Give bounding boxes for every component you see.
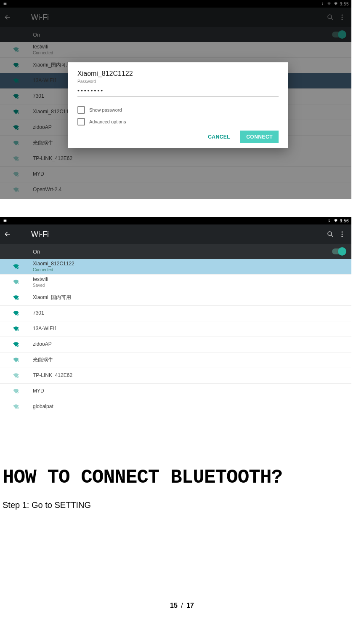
wifi-signal-icon — [11, 372, 21, 379]
svg-point-30 — [342, 234, 343, 235]
advanced-options-label: Advanced options — [89, 119, 126, 124]
wifi-signal-icon — [11, 403, 21, 410]
wifi-ssid: 光能蜗牛 — [33, 357, 53, 363]
wifi-password-dialog: Xiaomi_812C1122 Password •••••••• Show p… — [68, 62, 288, 148]
dialog-title: Xiaomi_812C1122 — [77, 70, 279, 77]
svg-rect-43 — [18, 345, 18, 346]
wifi-network-row[interactable]: 13A-WIFI1 — [0, 321, 351, 337]
wifi-signal-icon — [11, 388, 21, 395]
svg-point-31 — [342, 236, 343, 237]
screenshot-wifi-connected: 9:56 Wi-Fi On Xiaomi_812C1122Connectedte… — [0, 217, 351, 416]
step-text: Step 1: Go to SETTING — [3, 500, 364, 510]
wifi-signal-icon — [11, 263, 21, 270]
connect-button[interactable]: CONNECT — [240, 131, 279, 143]
wifi-status-subtext: Saved — [33, 283, 48, 288]
status-bar: 9:56 — [0, 217, 351, 224]
wifi-network-row[interactable]: TP-LINK_412E62 — [0, 368, 351, 383]
appbar-title: Wi-Fi — [31, 230, 49, 239]
wifi-ssid: testwifi — [33, 277, 48, 282]
wifi-network-row[interactable]: globalpat — [0, 399, 351, 414]
svg-rect-47 — [18, 377, 18, 377]
wifi-network-row[interactable]: 光能蜗牛 — [0, 352, 351, 368]
wifi-switch[interactable] — [332, 248, 345, 254]
wifi-network-row[interactable]: MYD — [0, 383, 351, 399]
wifi-ssid: Xiaomi_国内可用 — [33, 295, 71, 300]
wifi-ssid: 13A-WIFI1 — [33, 326, 57, 331]
bluetooth-icon — [327, 219, 332, 223]
svg-rect-49 — [18, 392, 18, 393]
notification-icon — [3, 219, 8, 223]
wifi-signal-icon — [11, 294, 21, 301]
svg-point-27 — [328, 232, 332, 235]
wifi-status-subtext: Connected — [33, 267, 74, 272]
wifi-signal-icon — [11, 341, 21, 348]
show-password-label: Show password — [89, 107, 122, 112]
wifi-signal-icon — [11, 279, 21, 286]
svg-rect-41 — [18, 330, 18, 330]
wifi-network-list-2: Xiaomi_812C1122ConnectedtestwifiSavedXia… — [0, 259, 351, 414]
wifi-ssid: 7301 — [33, 310, 44, 316]
svg-rect-26 — [4, 220, 7, 222]
svg-line-28 — [331, 235, 333, 237]
wifi-network-row[interactable]: testwifiSaved — [0, 274, 351, 290]
svg-rect-37 — [18, 299, 18, 299]
wifi-toggle-row[interactable]: On — [0, 244, 351, 259]
screenshot-wifi-dialog: 9:55 Wi-Fi On testwifiConnectedXiaomi_国内… — [0, 0, 351, 199]
wifi-ssid: Xiaomi_812C1122 — [33, 261, 74, 267]
wifi-ssid: MYD — [33, 388, 44, 394]
back-button[interactable] — [3, 230, 12, 238]
svg-point-29 — [342, 231, 343, 232]
cancel-button[interactable]: CANCEL — [202, 131, 236, 143]
wifi-network-row[interactable]: zidooAP — [0, 337, 351, 352]
page-total: 17 — [186, 602, 194, 609]
svg-rect-33 — [18, 267, 18, 268]
page-current: 15 — [170, 602, 178, 609]
wifi-ssid: TP-LINK_412E62 — [33, 373, 72, 378]
app-bar: Wi-Fi — [0, 224, 351, 244]
section-heading: HOW TO CONNECT BLUETOOTH? — [3, 467, 364, 489]
svg-rect-35 — [18, 283, 18, 283]
search-button[interactable] — [324, 230, 336, 238]
wifi-ssid: globalpat — [33, 404, 53, 409]
page-separator: / — [181, 602, 183, 609]
wifi-network-row[interactable]: Xiaomi_国内可用 — [0, 290, 351, 305]
page-number: 15 / 17 — [0, 602, 364, 609]
wifi-signal-icon — [11, 326, 21, 332]
password-input[interactable]: •••••••• — [77, 86, 279, 97]
overflow-menu-button[interactable] — [336, 230, 348, 238]
svg-rect-45 — [18, 361, 18, 361]
wifi-ssid: zidooAP — [33, 342, 52, 347]
wifi-network-row[interactable]: Xiaomi_812C1122Connected — [0, 259, 351, 274]
svg-rect-39 — [18, 314, 18, 315]
advanced-options-checkbox[interactable]: Advanced options — [77, 118, 279, 126]
svg-rect-51 — [18, 408, 18, 408]
wifi-toggle-label: On — [33, 248, 40, 255]
wifi-signal-icon — [11, 357, 21, 363]
checkbox-icon — [77, 106, 85, 114]
status-clock: 9:56 — [340, 219, 349, 223]
show-password-checkbox[interactable]: Show password — [77, 106, 279, 114]
wifi-icon — [333, 219, 338, 223]
password-label: Password — [77, 79, 279, 84]
wifi-network-row[interactable]: 7301 — [0, 305, 351, 321]
wifi-signal-icon — [11, 310, 21, 317]
checkbox-icon — [77, 118, 85, 126]
